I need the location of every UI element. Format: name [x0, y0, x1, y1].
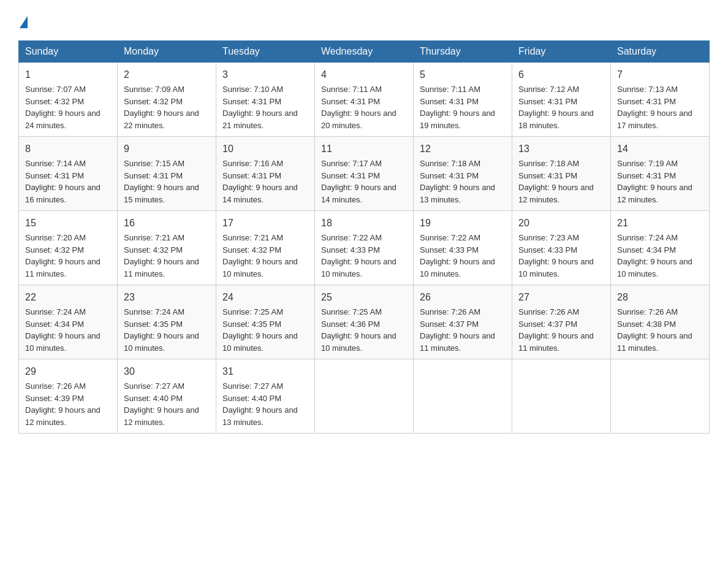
calendar-cell: 4 Sunrise: 7:11 AMSunset: 4:31 PMDayligh…	[315, 63, 414, 137]
day-number: 16	[124, 216, 210, 231]
day-info: Sunrise: 7:07 AMSunset: 4:32 PMDaylight:…	[25, 85, 100, 130]
col-header-tuesday: Tuesday	[216, 41, 315, 63]
calendar-cell: 13 Sunrise: 7:18 AMSunset: 4:31 PMDaylig…	[512, 137, 611, 211]
calendar-cell: 10 Sunrise: 7:16 AMSunset: 4:31 PMDaylig…	[216, 137, 315, 211]
day-number: 17	[222, 216, 308, 231]
day-number: 10	[222, 142, 308, 156]
calendar-header-row: SundayMondayTuesdayWednesdayThursdayFrid…	[19, 41, 710, 63]
calendar-cell: 28 Sunrise: 7:26 AMSunset: 4:38 PMDaylig…	[611, 285, 710, 359]
calendar-cell: 29 Sunrise: 7:26 AMSunset: 4:39 PMDaylig…	[19, 359, 118, 434]
day-info: Sunrise: 7:12 AMSunset: 4:31 PMDaylight:…	[518, 85, 594, 130]
calendar-cell	[611, 359, 710, 434]
calendar-table: SundayMondayTuesdayWednesdayThursdayFrid…	[18, 40, 710, 434]
day-number: 24	[222, 290, 308, 305]
calendar-cell: 7 Sunrise: 7:13 AMSunset: 4:31 PMDayligh…	[611, 63, 710, 137]
calendar-cell: 26 Sunrise: 7:26 AMSunset: 4:37 PMDaylig…	[414, 285, 512, 359]
day-number: 20	[518, 216, 604, 231]
calendar-cell: 12 Sunrise: 7:18 AMSunset: 4:31 PMDaylig…	[414, 137, 512, 211]
day-info: Sunrise: 7:10 AMSunset: 4:31 PMDaylight:…	[222, 85, 298, 130]
day-number: 23	[124, 290, 210, 305]
calendar-cell: 15 Sunrise: 7:20 AMSunset: 4:32 PMDaylig…	[19, 211, 118, 285]
day-info: Sunrise: 7:16 AMSunset: 4:31 PMDaylight:…	[222, 159, 298, 204]
day-info: Sunrise: 7:24 AMSunset: 4:35 PMDaylight:…	[124, 307, 199, 353]
day-number: 14	[617, 142, 703, 156]
day-info: Sunrise: 7:26 AMSunset: 4:37 PMDaylight:…	[420, 307, 495, 353]
calendar-cell: 20 Sunrise: 7:23 AMSunset: 4:33 PMDaylig…	[512, 211, 611, 285]
calendar-cell: 5 Sunrise: 7:11 AMSunset: 4:31 PMDayligh…	[414, 63, 512, 137]
calendar-cell: 21 Sunrise: 7:24 AMSunset: 4:34 PMDaylig…	[611, 211, 710, 285]
calendar-cell: 23 Sunrise: 7:24 AMSunset: 4:35 PMDaylig…	[118, 285, 216, 359]
day-info: Sunrise: 7:13 AMSunset: 4:31 PMDaylight:…	[617, 85, 692, 130]
calendar-cell: 22 Sunrise: 7:24 AMSunset: 4:34 PMDaylig…	[19, 285, 118, 359]
calendar-cell: 19 Sunrise: 7:22 AMSunset: 4:33 PMDaylig…	[414, 211, 512, 285]
day-number: 4	[321, 67, 407, 82]
day-number: 9	[124, 142, 210, 156]
day-number: 7	[617, 67, 703, 82]
day-info: Sunrise: 7:14 AMSunset: 4:31 PMDaylight:…	[25, 159, 100, 204]
calendar-cell: 1 Sunrise: 7:07 AMSunset: 4:32 PMDayligh…	[19, 63, 118, 137]
day-info: Sunrise: 7:25 AMSunset: 4:36 PMDaylight:…	[321, 307, 396, 353]
page-header	[18, 12, 710, 28]
calendar-cell: 27 Sunrise: 7:26 AMSunset: 4:37 PMDaylig…	[512, 285, 611, 359]
calendar-cell	[512, 359, 611, 434]
day-number: 29	[25, 364, 111, 379]
calendar-cell: 31 Sunrise: 7:27 AMSunset: 4:40 PMDaylig…	[216, 359, 315, 434]
calendar-cell: 8 Sunrise: 7:14 AMSunset: 4:31 PMDayligh…	[19, 137, 118, 211]
calendar-cell: 6 Sunrise: 7:12 AMSunset: 4:31 PMDayligh…	[512, 63, 611, 137]
day-info: Sunrise: 7:18 AMSunset: 4:31 PMDaylight:…	[420, 159, 495, 204]
day-info: Sunrise: 7:24 AMSunset: 4:34 PMDaylight:…	[617, 233, 692, 278]
calendar-cell: 11 Sunrise: 7:17 AMSunset: 4:31 PMDaylig…	[315, 137, 414, 211]
calendar-cell: 18 Sunrise: 7:22 AMSunset: 4:33 PMDaylig…	[315, 211, 414, 285]
day-number: 5	[420, 67, 506, 82]
day-info: Sunrise: 7:23 AMSunset: 4:33 PMDaylight:…	[518, 233, 594, 278]
logo	[18, 12, 28, 28]
day-info: Sunrise: 7:17 AMSunset: 4:31 PMDaylight:…	[321, 159, 396, 204]
day-info: Sunrise: 7:24 AMSunset: 4:34 PMDaylight:…	[25, 307, 100, 353]
day-number: 12	[420, 142, 506, 156]
day-info: Sunrise: 7:19 AMSunset: 4:31 PMDaylight:…	[617, 159, 692, 204]
calendar-cell: 2 Sunrise: 7:09 AMSunset: 4:32 PMDayligh…	[118, 63, 216, 137]
calendar-cell: 9 Sunrise: 7:15 AMSunset: 4:31 PMDayligh…	[118, 137, 216, 211]
col-header-thursday: Thursday	[414, 41, 512, 63]
day-number: 11	[321, 142, 407, 156]
col-header-friday: Friday	[512, 41, 611, 63]
day-info: Sunrise: 7:20 AMSunset: 4:32 PMDaylight:…	[25, 233, 100, 278]
day-info: Sunrise: 7:21 AMSunset: 4:32 PMDaylight:…	[222, 233, 298, 278]
calendar-cell: 30 Sunrise: 7:27 AMSunset: 4:40 PMDaylig…	[118, 359, 216, 434]
day-number: 31	[222, 364, 308, 379]
day-number: 15	[25, 216, 111, 231]
calendar-cell: 3 Sunrise: 7:10 AMSunset: 4:31 PMDayligh…	[216, 63, 315, 137]
col-header-monday: Monday	[118, 41, 216, 63]
day-info: Sunrise: 7:26 AMSunset: 4:37 PMDaylight:…	[518, 307, 594, 353]
day-info: Sunrise: 7:25 AMSunset: 4:35 PMDaylight:…	[222, 307, 298, 353]
day-info: Sunrise: 7:11 AMSunset: 4:31 PMDaylight:…	[420, 85, 495, 130]
day-number: 22	[25, 290, 111, 305]
day-number: 28	[617, 290, 703, 305]
day-number: 3	[222, 67, 308, 82]
week-row-3: 15 Sunrise: 7:20 AMSunset: 4:32 PMDaylig…	[19, 211, 710, 285]
day-number: 13	[518, 142, 604, 156]
day-info: Sunrise: 7:09 AMSunset: 4:32 PMDaylight:…	[124, 85, 199, 130]
col-header-wednesday: Wednesday	[315, 41, 414, 63]
week-row-5: 29 Sunrise: 7:26 AMSunset: 4:39 PMDaylig…	[19, 359, 710, 434]
day-number: 19	[420, 216, 506, 231]
day-info: Sunrise: 7:26 AMSunset: 4:38 PMDaylight:…	[617, 307, 692, 353]
week-row-1: 1 Sunrise: 7:07 AMSunset: 4:32 PMDayligh…	[19, 63, 710, 137]
day-info: Sunrise: 7:27 AMSunset: 4:40 PMDaylight:…	[222, 381, 298, 427]
calendar-cell	[315, 359, 414, 434]
calendar-cell	[414, 359, 512, 434]
day-number: 18	[321, 216, 407, 231]
day-number: 27	[518, 290, 604, 305]
day-info: Sunrise: 7:26 AMSunset: 4:39 PMDaylight:…	[25, 381, 100, 427]
day-number: 21	[617, 216, 703, 231]
calendar-cell: 17 Sunrise: 7:21 AMSunset: 4:32 PMDaylig…	[216, 211, 315, 285]
day-info: Sunrise: 7:22 AMSunset: 4:33 PMDaylight:…	[321, 233, 396, 278]
day-number: 2	[124, 67, 210, 82]
col-header-saturday: Saturday	[611, 41, 710, 63]
calendar-cell: 14 Sunrise: 7:19 AMSunset: 4:31 PMDaylig…	[611, 137, 710, 211]
day-number: 30	[124, 364, 210, 379]
calendar-cell: 16 Sunrise: 7:21 AMSunset: 4:32 PMDaylig…	[118, 211, 216, 285]
day-info: Sunrise: 7:11 AMSunset: 4:31 PMDaylight:…	[321, 85, 396, 130]
day-info: Sunrise: 7:21 AMSunset: 4:32 PMDaylight:…	[124, 233, 199, 278]
col-header-sunday: Sunday	[19, 41, 118, 63]
